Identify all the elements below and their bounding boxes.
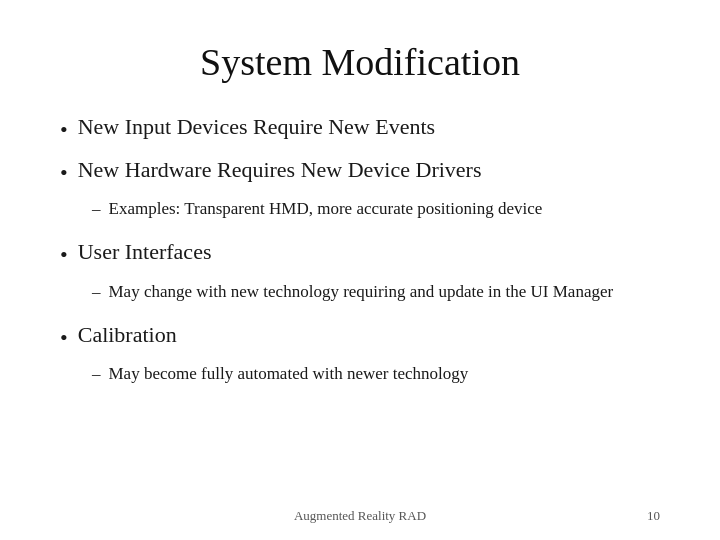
bullet-dot-4: • — [60, 323, 68, 353]
slide-container: System Modification • New Input Devices … — [0, 0, 720, 540]
bullet-item-4: • Calibration — [60, 320, 660, 353]
bullet-text-4: Calibration — [78, 320, 177, 350]
bullet-dot-1: • — [60, 115, 68, 145]
bullet-item-2: • New Hardware Requires New Device Drive… — [60, 155, 660, 188]
bullet-dot-2: • — [60, 158, 68, 188]
slide-title: System Modification — [60, 40, 660, 84]
footer-label: Augmented Reality RAD — [0, 508, 720, 524]
content-area: • New Input Devices Require New Events •… — [60, 112, 660, 500]
sub-text-4-1: May become fully automated with newer te… — [109, 362, 661, 386]
bullet-item-3: • User Interfaces — [60, 237, 660, 270]
footer-page: 10 — [647, 508, 660, 524]
sub-dash-4-1: – — [92, 362, 101, 386]
sub-item-2-1: – Examples: Transparent HMD, more accura… — [92, 197, 660, 221]
sub-text-2-1: Examples: Transparent HMD, more accurate… — [109, 197, 661, 221]
sub-item-4-1: – May become fully automated with newer … — [92, 362, 660, 386]
bullet-dot-3: • — [60, 240, 68, 270]
sub-text-3-1: May change with new technology requiring… — [109, 280, 661, 304]
bullet-item-1: • New Input Devices Require New Events — [60, 112, 660, 145]
sub-dash-2-1: – — [92, 197, 101, 221]
sub-dash-3-1: – — [92, 280, 101, 304]
bullet-text-2: New Hardware Requires New Device Drivers — [78, 155, 482, 185]
footer-text: Augmented Reality RAD — [294, 508, 426, 524]
sub-item-3-1: – May change with new technology requiri… — [92, 280, 660, 304]
bullet-text-1: New Input Devices Require New Events — [78, 112, 435, 142]
bullet-text-3: User Interfaces — [78, 237, 212, 267]
